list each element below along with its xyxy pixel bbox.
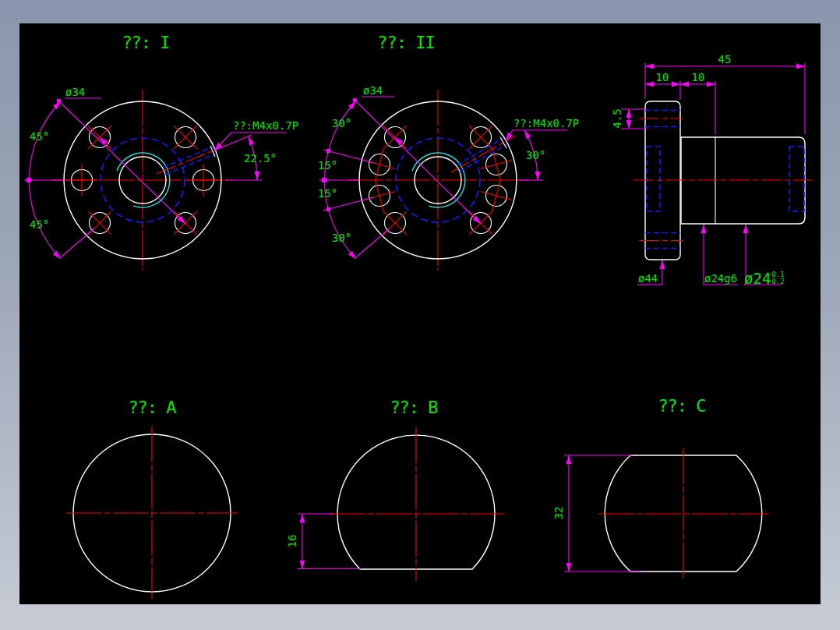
dim-text: 4.5 (611, 108, 623, 128)
dim-text: 30° (332, 117, 351, 129)
dim-text: ø44 (638, 272, 658, 285)
dim-text: 15° (318, 159, 337, 172)
dim-text: 45 (718, 53, 732, 65)
dim-text: 15° (318, 187, 337, 200)
window-frame: ??: I ø34 (0, 0, 840, 630)
cad-canvas[interactable]: ??: I ø34 (0, 0, 840, 630)
dim-text: ø34 (65, 86, 85, 98)
dim-text: 45° (30, 218, 49, 231)
dim-text: 10 (692, 71, 705, 83)
dim-text: 32 (552, 507, 565, 520)
dim-text: 45° (30, 130, 49, 143)
dim-text: ø24g6 (704, 272, 737, 285)
view-c-title: ??: C (658, 396, 705, 416)
view-a-title: ??: A (128, 398, 176, 417)
dim-text: 30° (332, 232, 351, 244)
drawing-area[interactable] (19, 23, 821, 604)
dim-text: 16 (286, 535, 298, 548)
tolerance-lower: -0.2 (768, 278, 785, 285)
dim-text: ø34 (363, 84, 383, 97)
thread-note-text: ??:M4x0.7P (514, 117, 579, 129)
dim-text: 10 (656, 71, 669, 83)
view-2-title: ??: II (377, 33, 434, 52)
dim-text: 30° (526, 149, 545, 161)
view-b-title: ??: B (390, 398, 438, 417)
view-1-title: ??: I (122, 33, 169, 52)
dim-text: 22.5° (244, 152, 277, 165)
thread-note-text: ??:M4x0.7P (233, 119, 298, 132)
